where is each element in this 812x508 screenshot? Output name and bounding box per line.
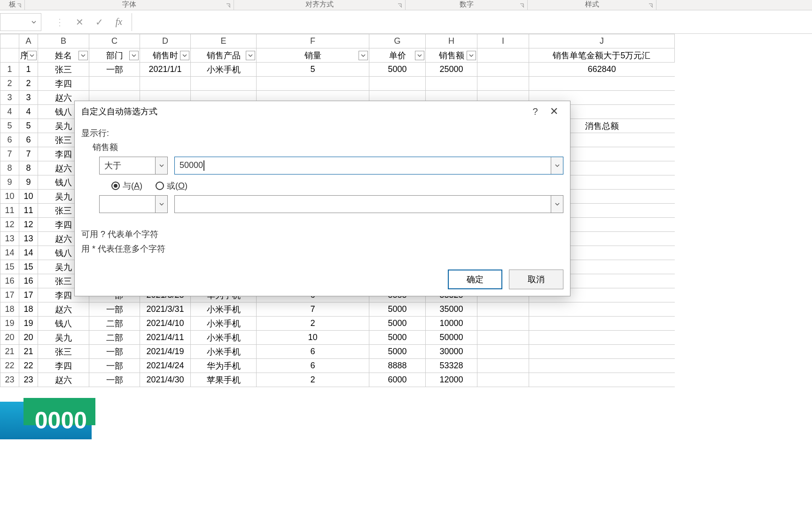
cell[interactable]: 15: [19, 260, 38, 274]
chevron-down-icon[interactable]: [551, 157, 563, 174]
row-header[interactable]: 16: [0, 274, 19, 288]
cell[interactable]: 53328: [426, 359, 477, 373]
cell[interactable]: 25000: [426, 63, 477, 77]
row-header[interactable]: 6: [0, 133, 19, 147]
value-2-combobox[interactable]: [174, 195, 563, 213]
cell[interactable]: 一部: [89, 302, 140, 317]
cell[interactable]: [529, 331, 675, 345]
table-header-cell[interactable]: 单价: [369, 48, 426, 63]
column-header[interactable]: D: [140, 34, 191, 48]
cell[interactable]: 14: [19, 246, 38, 260]
cell[interactable]: 1: [19, 63, 38, 77]
cell[interactable]: 6: [257, 345, 369, 359]
row-header[interactable]: 14: [0, 246, 19, 260]
cell[interactable]: [477, 302, 529, 317]
cancel-button[interactable]: 取消: [509, 270, 563, 289]
cell[interactable]: 2021/4/10: [140, 317, 191, 331]
table-header-cell[interactable]: 销售产品: [191, 48, 257, 63]
row-header[interactable]: 10: [0, 190, 19, 204]
cell[interactable]: 2021/4/30: [140, 373, 191, 387]
cell[interactable]: 5000: [369, 317, 426, 331]
cell[interactable]: 一部: [89, 345, 140, 359]
cell[interactable]: 李四: [38, 77, 89, 91]
table-header-cell[interactable]: 销售额: [426, 48, 477, 63]
cell[interactable]: [529, 302, 675, 317]
cell[interactable]: 6000: [369, 373, 426, 387]
cell[interactable]: [529, 373, 675, 387]
expand-icon[interactable]: [519, 2, 525, 9]
cell[interactable]: 35000: [426, 302, 477, 317]
cell[interactable]: [477, 77, 529, 91]
cell[interactable]: 3: [19, 91, 38, 105]
cell[interactable]: [89, 77, 140, 91]
row-header[interactable]: 23: [0, 373, 19, 387]
row-header[interactable]: 2: [0, 77, 19, 91]
cell[interactable]: 18: [19, 302, 38, 317]
cell[interactable]: [529, 359, 675, 373]
cell[interactable]: 10: [19, 190, 38, 204]
select-all-corner[interactable]: [0, 34, 19, 48]
confirm-formula-icon[interactable]: ✓: [89, 13, 109, 31]
dialog-close-button[interactable]: ✕: [545, 105, 563, 118]
filter-dropdown-icon[interactable]: [180, 51, 189, 60]
table-header-cell[interactable]: 部门: [89, 48, 140, 63]
cell[interactable]: [529, 317, 675, 331]
column-header[interactable]: J: [529, 34, 675, 48]
cell[interactable]: 张三: [38, 63, 89, 77]
cell[interactable]: 2: [257, 373, 369, 387]
cell[interactable]: 6: [257, 359, 369, 373]
column-header[interactable]: E: [191, 34, 257, 48]
cell[interactable]: 李四: [38, 359, 89, 373]
row-header[interactable]: 3: [0, 91, 19, 105]
cell[interactable]: [477, 345, 529, 359]
cell[interactable]: 20: [19, 331, 38, 345]
filter-dropdown-icon[interactable]: [415, 51, 424, 60]
cell[interactable]: [477, 317, 529, 331]
row-header[interactable]: 5: [0, 119, 19, 133]
cell[interactable]: 二部: [89, 317, 140, 331]
row-header[interactable]: 15: [0, 260, 19, 274]
cell[interactable]: 7: [19, 147, 38, 161]
expand-icon[interactable]: [648, 2, 654, 9]
operator-2-combobox[interactable]: [99, 195, 168, 213]
cell[interactable]: 赵六: [38, 373, 89, 387]
cell[interactable]: 11: [19, 204, 38, 218]
cell[interactable]: 17: [19, 288, 38, 302]
row-header[interactable]: 9: [0, 175, 19, 190]
filter-dropdown-icon[interactable]: [359, 51, 368, 60]
column-header[interactable]: A: [19, 34, 38, 48]
cell[interactable]: [477, 331, 529, 345]
name-box[interactable]: [0, 13, 41, 31]
dialog-help-button[interactable]: ?: [526, 106, 545, 117]
cell[interactable]: 小米手机: [191, 317, 257, 331]
column-header[interactable]: G: [369, 34, 426, 48]
table-header-cell[interactable]: [477, 48, 529, 63]
cell[interactable]: 10000: [426, 317, 477, 331]
filter-dropdown-icon[interactable]: [467, 51, 476, 60]
cell[interactable]: 吴九: [38, 331, 89, 345]
table-header-cell[interactable]: 姓名: [38, 48, 89, 63]
cell[interactable]: 2: [19, 77, 38, 91]
filter-dropdown-icon[interactable]: [246, 51, 255, 60]
cell[interactable]: 6: [19, 133, 38, 147]
or-radio[interactable]: 或(O): [156, 180, 187, 191]
cell[interactable]: 2: [257, 317, 369, 331]
row-header[interactable]: 11: [0, 204, 19, 218]
cell[interactable]: 30000: [426, 345, 477, 359]
row-header[interactable]: [0, 48, 19, 63]
cell[interactable]: 小米手机: [191, 302, 257, 317]
cell[interactable]: [529, 345, 675, 359]
cell[interactable]: 张三: [38, 345, 89, 359]
cell[interactable]: 5000: [369, 345, 426, 359]
row-header[interactable]: 19: [0, 317, 19, 331]
cell[interactable]: [426, 77, 477, 91]
cell[interactable]: 8: [19, 161, 38, 175]
cell[interactable]: 8888: [369, 359, 426, 373]
cell[interactable]: 7: [257, 302, 369, 317]
cell[interactable]: 22: [19, 359, 38, 373]
filter-dropdown-icon[interactable]: [78, 51, 88, 60]
cell[interactable]: 662840: [529, 63, 675, 77]
cell[interactable]: 5000: [369, 331, 426, 345]
table-header-cell[interactable]: 序号: [19, 48, 38, 63]
cancel-formula-icon[interactable]: ✕: [70, 13, 89, 31]
